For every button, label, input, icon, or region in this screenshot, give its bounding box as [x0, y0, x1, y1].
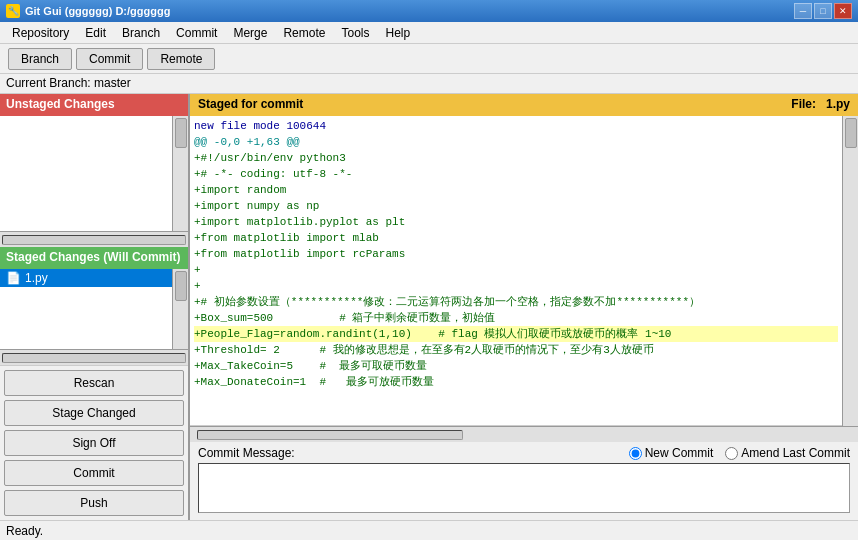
menu-branch[interactable]: Branch: [114, 24, 168, 42]
toolbar: Branch Commit Remote: [0, 44, 858, 74]
current-branch: Current Branch: master: [0, 74, 858, 94]
git-icon: 🔧: [6, 4, 20, 18]
menu-commit[interactable]: Commit: [168, 24, 225, 42]
diff-line: +People_Flag=random.randint(1,10) # flag…: [194, 326, 838, 342]
unstaged-list[interactable]: [0, 116, 172, 231]
unstaged-scrollbar-h[interactable]: [0, 231, 188, 247]
diff-line: +from matplotlib import mlab: [194, 230, 838, 246]
staged-list[interactable]: 📄 1.py: [0, 269, 172, 349]
commit-message-area: Commit Message: New Commit Amend Last Co…: [190, 442, 858, 520]
unstaged-area: [0, 116, 188, 231]
maximize-button[interactable]: □: [814, 3, 832, 19]
stage-changed-button[interactable]: Stage Changed: [4, 400, 184, 426]
diff-line: +: [194, 262, 838, 278]
diff-line: +import numpy as np: [194, 198, 838, 214]
diff-line: new file mode 100644: [194, 118, 838, 134]
staged-for-commit-label: Staged for commit: [198, 97, 303, 113]
right-panel: Staged for commit File: 1.py new file mo…: [190, 94, 858, 520]
file-name: 1.py: [25, 271, 48, 285]
unstaged-header: Unstaged Changes: [0, 94, 188, 116]
amend-commit-radio[interactable]: [725, 447, 738, 460]
staged-area: 📄 1.py: [0, 269, 188, 349]
menu-merge[interactable]: Merge: [225, 24, 275, 42]
status-bar: Ready.: [0, 520, 858, 540]
diff-line: +#!/usr/bin/env python3: [194, 150, 838, 166]
menu-remote[interactable]: Remote: [275, 24, 333, 42]
staged-scrollbar-v[interactable]: [172, 269, 188, 349]
minimize-button[interactable]: ─: [794, 3, 812, 19]
sign-off-button[interactable]: Sign Off: [4, 430, 184, 456]
buttons-panel: Rescan Stage Changed Sign Off Commit Pus…: [0, 365, 188, 520]
radio-group: New Commit Amend Last Commit: [629, 446, 850, 460]
new-commit-option[interactable]: New Commit: [629, 446, 714, 460]
diff-line: +Box_sum=500 # 箱子中剩余硬币数量，初始值: [194, 310, 838, 326]
close-button[interactable]: ✕: [834, 3, 852, 19]
menu-tools[interactable]: Tools: [333, 24, 377, 42]
diff-line: +Max_TakeCoin=5 # 最多可取硬币数量: [194, 358, 838, 374]
diff-line: +import random: [194, 182, 838, 198]
amend-commit-label: Amend Last Commit: [741, 446, 850, 460]
commit-button[interactable]: Commit: [4, 460, 184, 486]
diff-line: @@ -0,0 +1,63 @@: [194, 134, 838, 150]
unstaged-scrollbar-v[interactable]: [172, 116, 188, 231]
diff-line: +# 初始参数设置（***********修改：二元运算符两边各加一个空格，指定…: [194, 294, 838, 310]
push-button[interactable]: Push: [4, 490, 184, 516]
staged-for-commit-header: Staged for commit File: 1.py: [190, 94, 858, 116]
staged-header: Staged Changes (Will Commit): [0, 247, 188, 269]
diff-line: +: [194, 278, 838, 294]
diff-area[interactable]: new file mode 100644@@ -0,0 +1,63 @@+#!/…: [190, 116, 842, 426]
diff-line: +from matplotlib import rcParams: [194, 246, 838, 262]
toolbar-remote-button[interactable]: Remote: [147, 48, 215, 70]
commit-message-label: Commit Message: New Commit Amend Last Co…: [198, 446, 850, 460]
menu-help[interactable]: Help: [377, 24, 418, 42]
commit-message-input[interactable]: [198, 463, 850, 513]
diff-scrollbar-h[interactable]: [190, 426, 858, 442]
menu-bar: Repository Edit Branch Commit Merge Remo…: [0, 22, 858, 44]
diff-line: +Threshold= 2 # 我的修改思想是，在至多有2人取硬币的情况下，至少…: [194, 342, 838, 358]
new-commit-radio[interactable]: [629, 447, 642, 460]
status-text: Ready.: [6, 524, 43, 538]
toolbar-commit-button[interactable]: Commit: [76, 48, 143, 70]
rescan-button[interactable]: Rescan: [4, 370, 184, 396]
left-panel: Unstaged Changes Staged Changes (Will Co…: [0, 94, 190, 520]
file-icon: 📄: [6, 271, 21, 285]
toolbar-branch-button[interactable]: Branch: [8, 48, 72, 70]
file-label: File: 1.py: [791, 97, 850, 113]
diff-line: +Max_DonateCoin=1 # 最多可放硬币数量: [194, 374, 838, 390]
title-bar-text: Git Gui (gggggg) D:/gggggg: [25, 5, 170, 17]
menu-edit[interactable]: Edit: [77, 24, 114, 42]
diff-scrollbar-v[interactable]: [842, 116, 858, 426]
title-bar-controls: ─ □ ✕: [794, 3, 852, 19]
diff-line: +import matplotlib.pyplot as plt: [194, 214, 838, 230]
amend-commit-option[interactable]: Amend Last Commit: [725, 446, 850, 460]
menu-repository[interactable]: Repository: [4, 24, 77, 42]
main-layout: Unstaged Changes Staged Changes (Will Co…: [0, 94, 858, 520]
staged-scrollbar-h[interactable]: [0, 349, 188, 365]
new-commit-label: New Commit: [645, 446, 714, 460]
title-bar: 🔧 Git Gui (gggggg) D:/gggggg ─ □ ✕: [0, 0, 858, 22]
list-item[interactable]: 📄 1.py: [0, 269, 172, 287]
title-bar-left: 🔧 Git Gui (gggggg) D:/gggggg: [6, 4, 170, 18]
diff-panel: new file mode 100644@@ -0,0 +1,63 @@+#!/…: [190, 116, 858, 426]
diff-line: +# -*- coding: utf-8 -*-: [194, 166, 838, 182]
